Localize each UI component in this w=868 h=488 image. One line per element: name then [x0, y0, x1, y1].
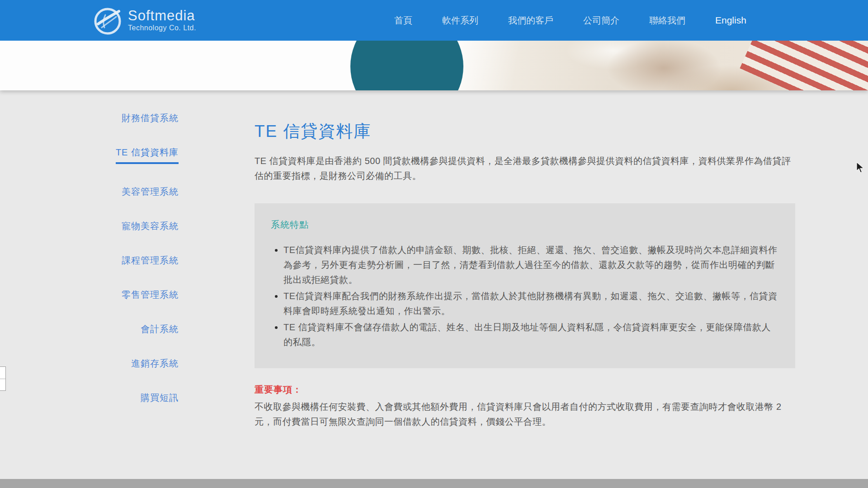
sidebar-link[interactable]: 會計系統 [141, 323, 179, 335]
sidebar-item-te-credit-db[interactable]: TE 信貸資料庫 [72, 146, 179, 164]
hero-teal-circle [350, 41, 463, 90]
sidebar-link[interactable]: 購買短訊 [141, 392, 179, 404]
page-title: TE 信貸資料庫 [255, 120, 795, 143]
feature-list: TE信貸資料庫內提供了借款人的申請金額、期數、批核、拒絕、遲還、拖欠、曾交追數、… [271, 243, 778, 350]
brand-logo-block[interactable]: Softmedia Technology Co. Ltd. [93, 4, 196, 37]
sidebar-item-retail-mgmt[interactable]: 零售管理系統 [72, 289, 179, 301]
nav-item-language-toggle[interactable]: English [715, 15, 746, 26]
sidebar-item-course-mgmt[interactable]: 課程管理系統 [72, 254, 179, 267]
feature-bullet: TE 信貸資料庫不會儲存借款人的電話、姓名、出生日期及地址等個人資料私隱，令信貸… [283, 320, 778, 350]
sidebar-link-active[interactable]: TE 信貸資料庫 [116, 146, 179, 164]
hero-striped-fabric [740, 41, 868, 90]
brand-name: Softmedia [128, 9, 196, 23]
page-content: 財務借貸系統 TE 信貸資料庫 美容管理系統 寵物美容系統 課程管理系統 零售管… [0, 90, 868, 479]
intro-paragraph: TE 信貸資料庫是由香港約 500 間貸款機構參與提供資料，是全港最多貸款機構參… [255, 154, 795, 183]
brand-subtitle: Technology Co. Ltd. [128, 24, 196, 32]
notice-body: 不收取參與機構任何安裝費、入會費或其他額外費用，信貸資料庫只會以用者自付的方式收… [255, 399, 795, 429]
nav-item-clients[interactable]: 我們的客戶 [508, 14, 553, 27]
feature-heading: 系統特點 [271, 219, 778, 231]
feature-bullet: TE信貸資料庫內提供了借款人的申請金額、期數、批核、拒絕、遲還、拖欠、曾交追數、… [283, 243, 778, 287]
article: TE 信貸資料庫 TE 信貸資料庫是由香港約 500 間貸款機構參與提供資料，是… [255, 120, 795, 429]
sidebar-link[interactable]: 進銷存系統 [131, 357, 179, 369]
footer-strip [0, 479, 868, 488]
main-nav: 首頁 軟件系列 我們的客戶 公司簡介 聯絡我們 English [394, 0, 746, 41]
edge-widget-divider [0, 379, 5, 379]
sidebar-item-pet-grooming[interactable]: 寵物美容系統 [72, 220, 179, 233]
nav-item-home[interactable]: 首頁 [394, 14, 412, 27]
hero-banner [0, 41, 868, 90]
important-notice: 重要事項： 不收取參與機構任何安裝費、入會費或其他額外費用，信貸資料庫只會以用者… [255, 384, 795, 429]
edge-widget[interactable] [0, 366, 6, 391]
sidebar-item-inventory[interactable]: 進銷存系統 [72, 357, 179, 370]
sidebar-item-buy-sms[interactable]: 購買短訊 [72, 392, 179, 404]
sidebar-link[interactable]: 零售管理系統 [122, 289, 179, 300]
nav-item-contact[interactable]: 聯絡我們 [649, 14, 685, 27]
product-sidebar: 財務借貸系統 TE 信貸資料庫 美容管理系統 寵物美容系統 課程管理系統 零售管… [72, 112, 179, 426]
notice-heading: 重要事項： [255, 384, 795, 396]
feature-bullet: TE信貸資料庫配合我們的財務系統作出提示，當借款人於其他財務機構有異動，如遲還、… [283, 289, 778, 319]
sidebar-item-beauty-mgmt[interactable]: 美容管理系統 [72, 186, 179, 198]
top-header-bar: Softmedia Technology Co. Ltd. 首頁 軟件系列 我們… [0, 0, 868, 41]
nav-item-software[interactable]: 軟件系列 [442, 14, 478, 27]
sidebar-link[interactable]: 財務借貸系統 [122, 112, 179, 124]
hero-photo [443, 41, 868, 90]
feature-box: 系統特點 TE信貸資料庫內提供了借款人的申請金額、期數、批核、拒絕、遲還、拖欠、… [255, 203, 795, 368]
sidebar-item-finance-loan[interactable]: 財務借貸系統 [72, 112, 179, 125]
sidebar-link[interactable]: 寵物美容系統 [122, 220, 179, 232]
nav-item-about[interactable]: 公司簡介 [583, 14, 619, 27]
sidebar-link[interactable]: 美容管理系統 [122, 186, 179, 197]
sidebar-link[interactable]: 課程管理系統 [122, 254, 179, 266]
softmedia-logo-icon [93, 4, 123, 37]
sidebar-item-accounting[interactable]: 會計系統 [72, 323, 179, 336]
